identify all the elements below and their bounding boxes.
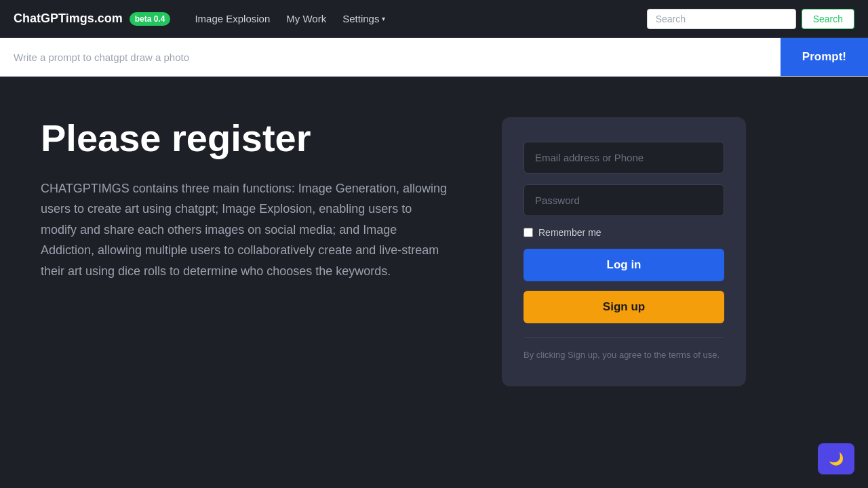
page-title: Please register <box>41 117 448 159</box>
email-field[interactable] <box>524 142 724 174</box>
right-section: Remember me Log in Sign up By clicking S… <box>502 117 746 386</box>
search-button[interactable]: Search <box>802 9 854 29</box>
navbar: ChatGPTimgs.com beta 0.4 Image Explosion… <box>0 0 868 38</box>
divider <box>524 337 724 338</box>
password-field[interactable] <box>524 184 724 216</box>
remember-checkbox[interactable] <box>524 228 533 237</box>
terms-text: By clicking Sign up, you agree to the te… <box>524 348 724 362</box>
moon-icon: 🌙 <box>829 451 844 466</box>
remember-me-group: Remember me <box>524 227 724 238</box>
prompt-input[interactable] <box>0 39 781 75</box>
beta-badge: beta 0.4 <box>130 12 171 26</box>
search-input[interactable] <box>647 9 796 29</box>
prompt-bar: Prompt! <box>0 38 868 77</box>
login-card: Remember me Log in Sign up By clicking S… <box>502 117 746 386</box>
login-button[interactable]: Log in <box>524 249 724 281</box>
brand-name: ChatGPTimgs.com <box>14 12 123 26</box>
password-group <box>524 184 724 216</box>
nav-image-explosion[interactable]: Image Explosion <box>195 13 270 24</box>
left-section: Please register CHATGPTIMGS contains thr… <box>41 117 448 282</box>
chevron-down-icon: ▾ <box>382 15 385 22</box>
remember-label[interactable]: Remember me <box>538 227 601 238</box>
signup-button[interactable]: Sign up <box>524 291 724 323</box>
dark-mode-button[interactable]: 🌙 <box>818 443 854 474</box>
nav-my-work[interactable]: My Work <box>286 13 326 24</box>
prompt-button[interactable]: Prompt! <box>781 38 868 76</box>
navbar-search: Search <box>647 9 854 29</box>
email-group <box>524 142 724 174</box>
brand: ChatGPTimgs.com beta 0.4 <box>14 12 170 26</box>
main-content: Please register CHATGPTIMGS contains thr… <box>0 77 868 486</box>
page-description: CHATGPTIMGS contains three main function… <box>41 178 448 282</box>
nav-links: Image Explosion My Work Settings ▾ <box>195 13 385 24</box>
nav-settings[interactable]: Settings ▾ <box>342 13 385 24</box>
